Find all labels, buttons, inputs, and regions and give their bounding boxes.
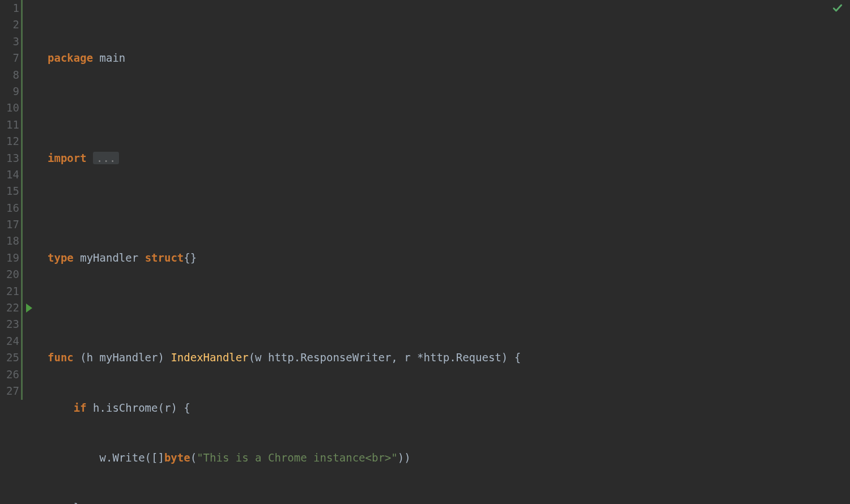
line-number: 3 [0, 33, 23, 50]
line-number: 19 [0, 250, 23, 266]
close-brace: } [74, 501, 80, 504]
line-number: 9 [0, 83, 23, 100]
line-number: 22 [0, 300, 23, 316]
line-number: 26 [0, 366, 23, 383]
line-number: 11 [0, 117, 23, 133]
type-name: myHandler [80, 251, 138, 264]
keyword-if: if [74, 402, 87, 414]
line-number: 24 [0, 333, 23, 349]
line-number-gutter: 1 2 3 7 8 9 10 11 12 13 14 15 16 17 18 1… [0, 0, 23, 504]
expr: w.Write([] [100, 451, 164, 464]
line-number: 13 [0, 150, 23, 166]
check-icon[interactable] [832, 2, 843, 14]
line-number: 21 [0, 283, 23, 300]
func-name: IndexHandler [171, 351, 248, 364]
line-number: 20 [0, 266, 23, 283]
run-gutter-icon[interactable] [26, 304, 32, 313]
keyword-byte: byte [164, 451, 190, 464]
line-number: 1 [0, 0, 23, 16]
vcs-change-bar [21, 0, 23, 400]
package-name: main [100, 52, 126, 64]
keyword-package: package [48, 52, 93, 64]
line-number: 16 [0, 200, 23, 216]
string-literal: "This is a Chrome instance<br>" [197, 451, 398, 464]
params: (w http.ResponseWriter, r *http.Request)… [249, 351, 521, 364]
line-number: 27 [0, 383, 23, 399]
line-number: 7 [0, 50, 23, 66]
receiver: (h myHandler) [80, 351, 164, 364]
line-number: 17 [0, 216, 23, 233]
line-number: 25 [0, 349, 23, 366]
keyword-struct: struct [145, 251, 184, 264]
code-area[interactable]: package main import ... type myHandler s… [40, 0, 850, 504]
line-number: 8 [0, 67, 23, 83]
line-number: 18 [0, 233, 23, 249]
expr: h.isChrome(r) { [93, 402, 190, 414]
gutter-marker-column [23, 0, 40, 504]
keyword-import: import [48, 152, 87, 164]
code-editor[interactable]: 1 2 3 7 8 9 10 11 12 13 14 15 16 17 18 1… [0, 0, 850, 504]
line-number: 14 [0, 166, 23, 183]
line-number: 10 [0, 100, 23, 116]
line-number: 15 [0, 183, 23, 199]
line-number: 12 [0, 133, 23, 150]
keyword-type: type [48, 251, 74, 264]
line-number: 2 [0, 16, 23, 33]
keyword-func: func [48, 351, 74, 364]
braces: {} [184, 251, 197, 264]
line-number: 23 [0, 316, 23, 332]
import-fold[interactable]: ... [93, 152, 119, 164]
